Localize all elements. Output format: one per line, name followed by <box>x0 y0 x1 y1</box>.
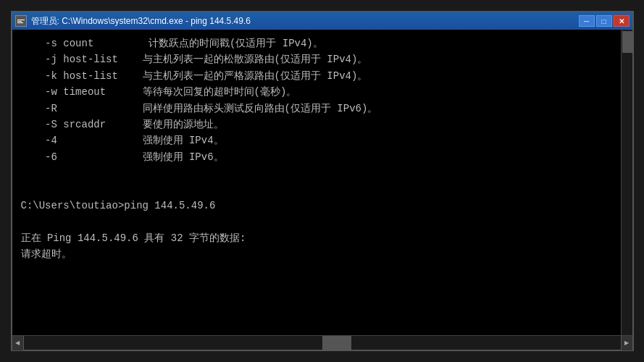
maximize-button[interactable]: □ <box>596 15 612 27</box>
scroll-left-button[interactable]: ◀ <box>12 336 24 350</box>
terminal-content: -s count 计数跃点的时间戳(仅适用于 IPv4)。 -j host-li… <box>12 30 632 335</box>
scroll-track <box>24 336 621 350</box>
minimize-button[interactable]: ─ <box>579 15 595 27</box>
scroll-right-button[interactable]: ▶ <box>621 336 632 350</box>
svg-rect-2 <box>17 21 22 22</box>
horizontal-scrollbar[interactable]: ◀ ▶ <box>12 335 632 350</box>
scroll-thumb[interactable] <box>322 336 351 350</box>
terminal-output: -s count 计数跃点的时间戳(仅适用于 IPv4)。 -j host-li… <box>21 35 624 262</box>
cmd-window: 管理员: C:\Windows\system32\cmd.exe - ping … <box>11 11 634 351</box>
vertical-scrollbar[interactable] <box>621 30 632 335</box>
cmd-icon <box>15 15 27 27</box>
window-controls: ─ □ ✕ <box>579 15 630 27</box>
close-button[interactable]: ✕ <box>614 15 630 27</box>
svg-rect-1 <box>17 20 25 20</box>
scrollbar-thumb[interactable] <box>622 31 632 53</box>
title-bar: 管理员: C:\Windows\system32\cmd.exe - ping … <box>12 12 632 30</box>
title-bar-left: 管理员: C:\Windows\system32\cmd.exe - ping … <box>15 15 251 28</box>
window-title: 管理员: C:\Windows\system32\cmd.exe - ping … <box>31 15 251 28</box>
svg-rect-3 <box>17 22 23 23</box>
